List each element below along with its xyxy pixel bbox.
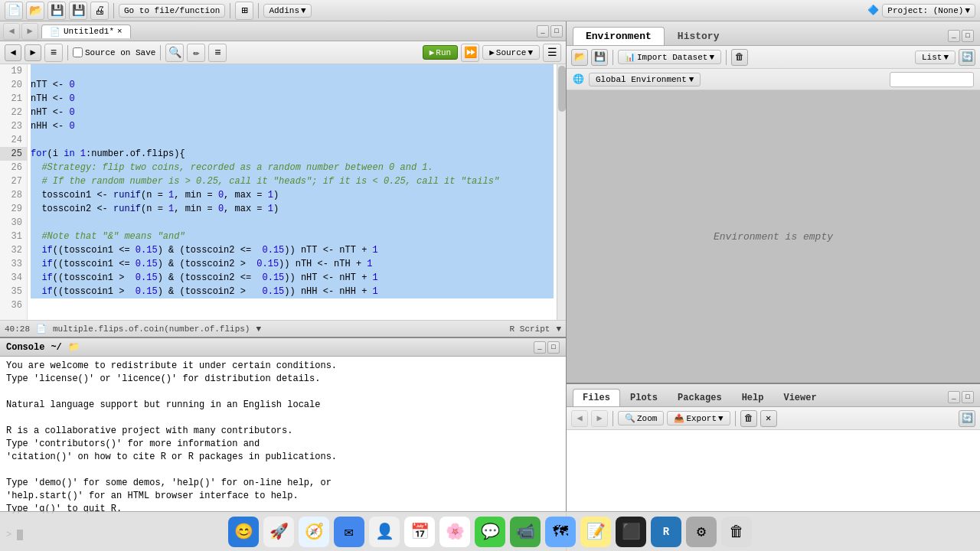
dock-rstudio-icon[interactable]: R bbox=[651, 517, 681, 547]
list-view-label: List bbox=[922, 53, 942, 62]
source-label: Source bbox=[496, 48, 527, 57]
console-folder-icon[interactable]: 📁 bbox=[68, 341, 80, 353]
dock-contacts-icon[interactable]: 👤 bbox=[369, 517, 400, 547]
env-minimize-button[interactable]: _ bbox=[948, 30, 960, 42]
plots-forward-button[interactable]: ▶ bbox=[591, 410, 608, 427]
source-button[interactable]: ▶ Source ▼ bbox=[482, 45, 540, 60]
tab-history[interactable]: History bbox=[665, 27, 733, 45]
dock-finder-icon[interactable]: 😊 bbox=[228, 517, 259, 547]
env-load-icon[interactable]: 📂 bbox=[571, 49, 588, 66]
source-icon[interactable]: ≡ bbox=[44, 44, 63, 62]
dock-settings-icon[interactable]: ⚙ bbox=[686, 517, 717, 547]
dock-photos-icon[interactable]: 🌸 bbox=[439, 517, 470, 547]
export-arrow-icon: ▼ bbox=[718, 414, 724, 423]
files-tabs-bar: Files Plots Packages Help Viewer _ □ bbox=[567, 383, 980, 407]
code-line-20: nTT <- 0 bbox=[31, 78, 554, 92]
redo-button[interactable]: ▶ bbox=[24, 44, 41, 61]
source-on-save-checkbox[interactable] bbox=[73, 47, 83, 57]
editor-section: ◀ ▶ 📄 Untitled1* × _ □ ◀ ▶ ≡ bbox=[0, 21, 566, 337]
code-content[interactable]: nTT <- 0 nTH <- 0 nHT <- 0 nHH <- 0 for(… bbox=[28, 64, 557, 320]
file-path-label: multiple.flips.of.coin(number.of.flips) bbox=[53, 324, 250, 334]
plots-refresh-button[interactable]: 🔄 bbox=[959, 410, 975, 427]
open-file-icon[interactable]: 📂 bbox=[26, 2, 44, 20]
dock-maps-icon[interactable]: 🗺 bbox=[545, 517, 576, 547]
search-icon[interactable]: 🔍 bbox=[165, 44, 184, 62]
files-maximize-button[interactable]: □ bbox=[962, 391, 974, 403]
tab-viewer[interactable]: Viewer bbox=[773, 389, 826, 406]
run-button[interactable]: ▶ Run bbox=[423, 45, 458, 60]
env-maximize-button[interactable]: □ bbox=[962, 30, 974, 42]
dock-facetime-icon[interactable]: 📹 bbox=[510, 517, 541, 547]
script-type-label: R Script bbox=[510, 324, 550, 334]
format-icon[interactable]: ≡ bbox=[208, 44, 227, 62]
files-toolbar: ◀ ▶ 🔍 Zoom 📤 Export ▼ 🗑 ✕ 🔄 bbox=[567, 407, 980, 430]
file-path-icon: 📄 bbox=[36, 324, 47, 334]
dock-messages-icon[interactable]: 💬 bbox=[475, 517, 505, 547]
print-icon[interactable]: 🖨 bbox=[90, 2, 109, 20]
options-icon[interactable]: ☰ bbox=[543, 44, 561, 62]
sep2 bbox=[230, 3, 230, 18]
env-save-icon[interactable]: 💾 bbox=[591, 49, 608, 66]
plots-clear-button[interactable]: ✕ bbox=[760, 410, 777, 427]
import-dataset-button[interactable]: 📊 Import Dataset ▼ bbox=[618, 50, 721, 64]
goto-file-button[interactable]: Go to file/function bbox=[119, 4, 225, 18]
right-panel: Environment History _ □ 📂 💾 📊 Import Dat… bbox=[567, 21, 980, 551]
console-window-buttons: _ □ bbox=[534, 341, 560, 354]
list-view-button[interactable]: List ▼ bbox=[915, 51, 956, 64]
tab-files-label: Files bbox=[583, 393, 610, 403]
global-env-bar: 🌐 Global Environment ▼ bbox=[567, 69, 980, 90]
run-all-icon[interactable]: ⏩ bbox=[461, 44, 479, 62]
dock-calendar-icon[interactable]: 📅 bbox=[404, 517, 435, 547]
zoom-button[interactable]: 🔍 Zoom bbox=[618, 411, 664, 425]
project-button[interactable]: Project: (None) ▼ bbox=[882, 4, 975, 18]
line-num-26: 26 bbox=[0, 161, 27, 174]
env-search-input[interactable] bbox=[890, 72, 974, 87]
tab-plots[interactable]: Plots bbox=[620, 389, 668, 406]
global-env-button[interactable]: Global Environment ▼ bbox=[589, 73, 701, 86]
dock-terminal-icon[interactable]: ⬛ bbox=[616, 517, 646, 547]
export-button[interactable]: 📤 Export ▼ bbox=[667, 411, 730, 425]
console-msg-6: 'citation()' on how to cite R or R packa… bbox=[6, 451, 560, 464]
tab-help[interactable]: Help bbox=[732, 389, 774, 406]
dock-safari-icon[interactable]: 🧭 bbox=[299, 517, 329, 547]
console-msg-1: You are welcome to redistribute it under… bbox=[6, 360, 560, 373]
import-dataset-label: Import Dataset bbox=[637, 53, 707, 62]
editor-back-arrow[interactable]: ◀ bbox=[3, 23, 20, 40]
console-maximize-button[interactable]: □ bbox=[547, 341, 560, 354]
source-on-save-label[interactable]: Source on Save bbox=[73, 47, 155, 57]
dock-mail-icon[interactable]: ✉ bbox=[334, 517, 364, 547]
grid-icon[interactable]: ⊞ bbox=[235, 2, 253, 20]
plots-delete-button[interactable]: 🗑 bbox=[740, 410, 757, 427]
editor-minimize-button[interactable]: _ bbox=[537, 25, 549, 37]
files-minimize-button[interactable]: _ bbox=[948, 391, 960, 403]
line-num-25: 25 bbox=[0, 147, 27, 161]
env-clear-icon[interactable]: 🗑 bbox=[731, 49, 748, 66]
addins-label: Addins bbox=[269, 6, 299, 15]
editor-scrollbar[interactable] bbox=[557, 64, 566, 320]
save-as-icon[interactable]: 💾 bbox=[69, 2, 87, 20]
line-num-30: 30 bbox=[0, 216, 27, 230]
editor-scrollbar-thumb[interactable] bbox=[558, 66, 566, 112]
console-minimize-button[interactable]: _ bbox=[534, 341, 546, 354]
plots-back-button[interactable]: ◀ bbox=[571, 410, 588, 427]
save-file-icon[interactable]: 💾 bbox=[47, 2, 66, 20]
tab-environment[interactable]: Environment bbox=[573, 27, 665, 45]
editor-maximize-button[interactable]: □ bbox=[550, 25, 563, 37]
env-empty-message: Environment is empty bbox=[567, 90, 980, 383]
editor-forward-arrow[interactable]: ▶ bbox=[21, 23, 38, 40]
editor-tab-close-icon[interactable]: × bbox=[117, 27, 122, 36]
dock-launchpad-icon[interactable]: 🚀 bbox=[263, 517, 294, 547]
new-file-icon[interactable]: 📄 bbox=[5, 2, 23, 20]
code-area[interactable]: 19 20 21 22 23 24 25 26 27 28 29 30 31 3… bbox=[0, 64, 566, 320]
addins-button[interactable]: Addins ▼ bbox=[263, 4, 311, 18]
code-line-32: if((tosscoin1 <= 0.15) & (tosscoin2 <= 0… bbox=[31, 243, 554, 257]
spellcheck-icon[interactable]: ✏ bbox=[187, 44, 205, 62]
zoom-icon: 🔍 bbox=[625, 413, 635, 423]
env-refresh-icon[interactable]: 🔄 bbox=[959, 49, 975, 66]
tab-packages[interactable]: Packages bbox=[668, 389, 732, 406]
tab-files[interactable]: Files bbox=[573, 389, 620, 406]
undo-button[interactable]: ◀ bbox=[5, 44, 21, 61]
dock-notes-icon[interactable]: 📝 bbox=[580, 517, 611, 547]
editor-tab-untitled1[interactable]: 📄 Untitled1* × bbox=[41, 24, 131, 38]
dock-trash-icon[interactable]: 🗑 bbox=[721, 517, 752, 547]
